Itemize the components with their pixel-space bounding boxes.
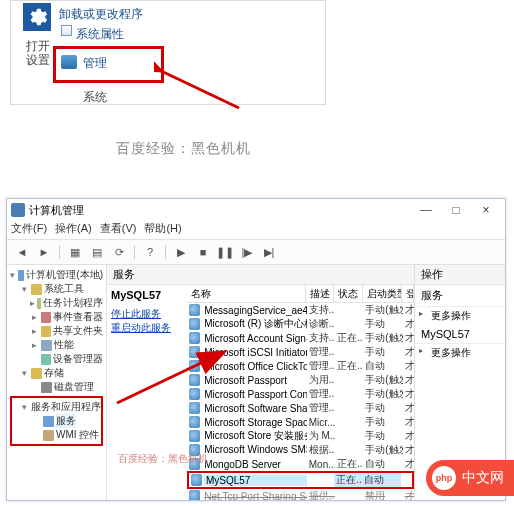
- more-actions-link[interactable]: 更多操作: [415, 307, 505, 325]
- tree-perf[interactable]: ▸性能: [10, 338, 103, 352]
- more-actions-link-2[interactable]: 更多操作: [415, 344, 505, 362]
- separator: [59, 245, 60, 259]
- maximize-button[interactable]: □: [441, 201, 471, 219]
- column-headers[interactable]: 名称 描述 状态 启动类型 登: [187, 285, 414, 303]
- service-row[interactable]: Microsoft Store 安装服务为 M...手动才: [187, 429, 414, 443]
- php-cn-badge[interactable]: php 中文网: [426, 460, 514, 496]
- minimize-button[interactable]: —: [411, 201, 441, 219]
- service-row[interactable]: Microsoft iSCSI Initiator Ser...管理...手动才: [187, 345, 414, 359]
- stop-service-link[interactable]: 停止此服务: [111, 308, 161, 319]
- refresh-icon[interactable]: ⟳: [110, 243, 128, 261]
- highlight-box-mysql-row: MySQL57正在...自动: [187, 471, 414, 489]
- restart-service-link[interactable]: 重启动此服务: [111, 322, 171, 333]
- app-icon: [11, 203, 25, 217]
- service-row[interactable]: Microsoft Software Shado...管理...手动才: [187, 401, 414, 415]
- help-icon[interactable]: ?: [141, 243, 159, 261]
- system-properties-link[interactable]: 系统属性: [76, 26, 124, 43]
- tree-scheduler[interactable]: ▸任务计划程序: [10, 296, 103, 310]
- services-list[interactable]: 名称 描述 状态 启动类型 登 MessagingService_ae463支持…: [187, 285, 414, 501]
- tree-storage[interactable]: ▾存储: [10, 366, 103, 380]
- computer-icon: [18, 270, 25, 281]
- checkbox-icon: [61, 25, 72, 36]
- service-details: MySQL57 停止此服务 重启动此服务: [107, 285, 187, 501]
- service-icon: [189, 374, 200, 386]
- tree-root[interactable]: ▾计算机管理(本地): [10, 268, 103, 282]
- service-icon: [189, 402, 200, 414]
- col-logon[interactable]: 登: [402, 285, 414, 302]
- separator: [165, 245, 166, 259]
- stop-icon[interactable]: ■: [194, 243, 212, 261]
- service-row[interactable]: Net.Tcp Port Sharing Service提供...禁用才: [187, 489, 414, 501]
- export-icon[interactable]: ▤: [88, 243, 106, 261]
- panel-header: 服务: [107, 265, 414, 285]
- control-panel-section: 卸载或更改程序 系统属性 打开 设置 管理 系统: [10, 0, 326, 105]
- play-icon[interactable]: ▶: [172, 243, 190, 261]
- service-row[interactable]: Microsoft Windows SMS 路...根据...手动(触发...才: [187, 443, 414, 457]
- disk-icon: [41, 382, 52, 393]
- tools-icon: [31, 284, 42, 295]
- col-desc[interactable]: 描述: [306, 285, 334, 302]
- watermark-text: 百度经验：黑色机机: [116, 140, 251, 158]
- window-title: 计算机管理: [29, 203, 411, 218]
- device-icon: [41, 354, 51, 365]
- pause-icon[interactable]: ❚❚: [216, 243, 234, 261]
- service-icon: [189, 304, 200, 316]
- service-row[interactable]: Microsoft Account Sign-in ...支持...正在...手…: [187, 331, 414, 345]
- service-row[interactable]: MongoDB ServerMon...正在...自动才: [187, 457, 414, 471]
- selected-service-name: MySQL57: [111, 289, 183, 301]
- settings-gear-icon: [23, 3, 51, 31]
- back-icon[interactable]: ◄: [13, 243, 31, 261]
- menu-view[interactable]: 查看(V): [100, 221, 137, 239]
- tree-devmgr[interactable]: 设备管理器: [10, 352, 103, 366]
- actions-header: 操作: [415, 265, 505, 285]
- actions-section-selected: MySQL57: [415, 325, 505, 344]
- menu-file[interactable]: 文件(F): [11, 221, 47, 239]
- col-name[interactable]: 名称: [187, 285, 306, 302]
- open-settings-label: 打开 设置: [26, 39, 50, 67]
- tree-systools[interactable]: ▾系统工具: [10, 282, 103, 296]
- folder-icon: [41, 326, 51, 337]
- separator: [134, 245, 135, 259]
- forward-icon[interactable]: ►: [35, 243, 53, 261]
- service-icon: [189, 430, 200, 442]
- navigation-tree[interactable]: ▾计算机管理(本地) ▾系统工具 ▸任务计划程序 ▸事件查看器 ▸共享文件夹 ▸…: [7, 265, 107, 501]
- manage-link[interactable]: 管理: [83, 55, 107, 72]
- php-logo-icon: php: [432, 466, 456, 490]
- system-category-label: 系统: [83, 89, 107, 106]
- watermark-text-2: 百度经验：黑色机机: [118, 452, 208, 466]
- tree-svcapps[interactable]: ▾服务和应用程序: [12, 400, 101, 414]
- col-startup[interactable]: 启动类型: [363, 285, 402, 302]
- tree-diskmgmt[interactable]: 磁盘管理: [10, 380, 103, 394]
- service-icon: [189, 332, 200, 344]
- tree-wmi[interactable]: WMI 控件: [12, 428, 101, 442]
- service-icon: [189, 416, 200, 428]
- service-row[interactable]: Microsoft Office ClickToRu...管理...正在...自…: [187, 359, 414, 373]
- skip-icon[interactable]: ▶|: [260, 243, 278, 261]
- perf-icon: [41, 340, 52, 351]
- service-icon: [189, 490, 200, 501]
- restart-icon[interactable]: |▶: [238, 243, 256, 261]
- menu-action[interactable]: 操作(A): [55, 221, 92, 239]
- actions-section-services: 服务: [415, 285, 505, 307]
- service-row[interactable]: Microsoft Passport为用...手动(触发...才: [187, 373, 414, 387]
- close-button[interactable]: ×: [471, 201, 501, 219]
- highlight-box-services: ▾服务和应用程序 服务 WMI 控件: [10, 396, 103, 446]
- toolbar: ◄ ► ▦ ▤ ⟳ ? ▶ ■ ❚❚ |▶ ▶|: [7, 239, 505, 265]
- computer-management-window: 计算机管理 — □ × 文件(F) 操作(A) 查看(V) 帮助(H) ◄ ► …: [6, 198, 506, 501]
- service-row[interactable]: Microsoft (R) 诊断中心标准...诊断...手动才: [187, 317, 414, 331]
- tree-shared[interactable]: ▸共享文件夹: [10, 324, 103, 338]
- service-row[interactable]: Microsoft Storage Spaces S...Micr...手动才: [187, 415, 414, 429]
- tree-eventviewer[interactable]: ▸事件查看器: [10, 310, 103, 324]
- tree-services[interactable]: 服务: [12, 414, 101, 428]
- titlebar[interactable]: 计算机管理 — □ ×: [7, 199, 505, 221]
- service-row[interactable]: MySQL57正在...自动: [189, 473, 412, 487]
- event-icon: [41, 312, 51, 323]
- menu-help[interactable]: 帮助(H): [144, 221, 181, 239]
- col-status[interactable]: 状态: [334, 285, 362, 302]
- show-hide-icon[interactable]: ▦: [66, 243, 84, 261]
- service-row[interactable]: Microsoft Passport Container管理...手动(触发..…: [187, 387, 414, 401]
- uninstall-programs-link[interactable]: 卸载或更改程序: [59, 6, 143, 23]
- service-icon: [189, 346, 200, 358]
- service-icon: [189, 318, 200, 330]
- service-row[interactable]: MessagingService_ae463支持...手动(触发...才: [187, 303, 414, 317]
